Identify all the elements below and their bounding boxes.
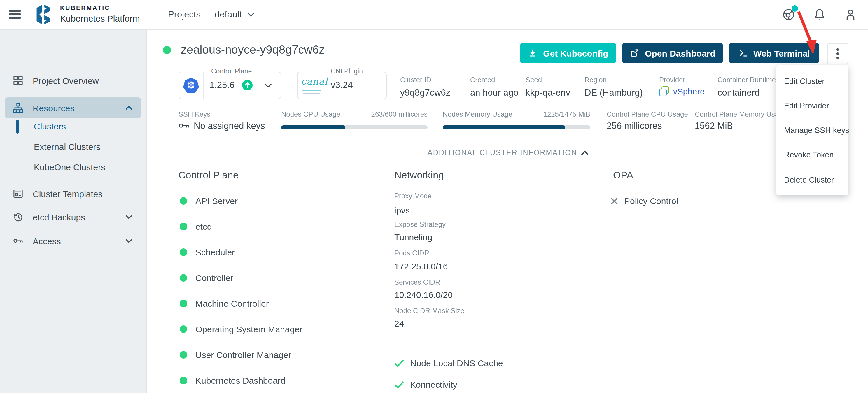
cni-plugin-legend: CNI Plugin bbox=[328, 68, 366, 75]
version-chevron-down-icon[interactable] bbox=[264, 83, 272, 88]
status-ok-dot bbox=[180, 325, 187, 333]
sidebar-item-resources[interactable]: Resources bbox=[0, 97, 147, 118]
nav-projects[interactable]: Projects bbox=[168, 9, 201, 20]
menu-item-delete-cluster[interactable]: Delete Cluster bbox=[776, 167, 848, 192]
menu-item-manage-ssh-keys[interactable]: Manage SSH keys bbox=[776, 118, 848, 142]
check-icon bbox=[394, 381, 404, 389]
additional-info-label: ADDITIONAL CLUSTER INFORMATION bbox=[428, 149, 577, 157]
brand-title: KUBERMATIC bbox=[60, 5, 140, 11]
get-kubeconfig-label: Get Kubeconfig bbox=[543, 48, 608, 58]
nodes-memory-label: Nodes Memory Usage bbox=[443, 110, 513, 118]
cp-memory-value: 1562 MiB bbox=[695, 121, 733, 131]
nodes-cpu-progress-fill bbox=[281, 125, 345, 129]
help-wheel-icon[interactable] bbox=[782, 8, 796, 22]
active-subitem-bar bbox=[16, 120, 19, 134]
menu-item-revoke-token[interactable]: Revoke Token bbox=[776, 142, 848, 167]
additional-info-toggle[interactable]: ADDITIONAL CLUSTER INFORMATION bbox=[428, 149, 589, 157]
expose-strategy-label: Expose Strategy bbox=[394, 220, 446, 229]
container-runtime-label: Container Runtime bbox=[717, 76, 776, 84]
project-selector[interactable]: default bbox=[215, 9, 254, 20]
cni-version: v3.24 bbox=[331, 80, 353, 90]
menu-item-edit-provider[interactable]: Edit Provider bbox=[776, 93, 848, 118]
ssh-keys-value: No assigned keys bbox=[194, 121, 265, 131]
sidebar-item-access[interactable]: Access bbox=[0, 230, 147, 251]
pods-cidr-value: 172.25.0.0/16 bbox=[394, 261, 448, 271]
sidebar-item-project-overview[interactable]: Project Overview bbox=[0, 70, 147, 91]
cp-status-scheduler: Scheduler bbox=[180, 247, 235, 257]
nodes-cpu-progress bbox=[281, 125, 428, 129]
cp-status-machine-controller: Machine Controller bbox=[180, 299, 269, 308]
chevron-down-icon bbox=[247, 12, 254, 17]
control-plane-version-box: Control Plane ☸ 1.25.6 bbox=[179, 72, 281, 99]
nodes-cpu-label: Nodes CPU Usage bbox=[281, 110, 340, 118]
services-cidr-label: Services CIDR bbox=[394, 278, 440, 286]
open-dashboard-label: Open Dashboard bbox=[645, 48, 715, 58]
sidebar-item-clusters[interactable]: Clusters bbox=[34, 121, 66, 131]
ssh-keys-label: SSH Keys bbox=[179, 110, 210, 118]
vsphere-icon bbox=[659, 86, 669, 96]
cluster-actions-kebab-button[interactable] bbox=[827, 43, 848, 64]
control-plane-version: 1.25.6 bbox=[209, 80, 235, 90]
feature-node-local-dns: Node Local DNS Cache bbox=[394, 358, 503, 368]
grid-icon bbox=[12, 75, 24, 86]
nodes-memory-value: 1225/1475 MiB bbox=[509, 110, 590, 118]
opa-policy-control: Policy Control bbox=[610, 196, 678, 206]
open-dashboard-button[interactable]: Open Dashboard bbox=[622, 43, 723, 63]
cp-status-etcd: etcd bbox=[180, 222, 212, 231]
kebab-icon bbox=[837, 49, 839, 59]
terminal-icon bbox=[738, 48, 748, 58]
sidebar-item-label: Resources bbox=[33, 103, 74, 113]
container-runtime-value: containerd bbox=[717, 88, 760, 98]
cp-status-os-manager: Operating System Manager bbox=[180, 324, 303, 334]
check-icon bbox=[394, 359, 404, 367]
cluster-actions-menu: Edit Cluster Edit Provider Manage SSH ke… bbox=[776, 65, 848, 195]
bell-icon[interactable] bbox=[813, 8, 827, 22]
user-icon[interactable] bbox=[843, 8, 858, 22]
status-ok-dot bbox=[180, 300, 187, 307]
web-terminal-button[interactable]: Web Terminal bbox=[729, 43, 819, 63]
hamburger-menu-icon[interactable] bbox=[9, 10, 21, 19]
region-label: Region bbox=[585, 76, 607, 84]
sidebar-item-label: etcd Backups bbox=[33, 212, 85, 222]
sidebar-item-cluster-templates[interactable]: Cluster Templates bbox=[0, 183, 147, 204]
cp-cpu-value: 256 millicores bbox=[607, 121, 662, 131]
cluster-health-dot bbox=[163, 46, 171, 54]
status-ok-dot bbox=[180, 377, 187, 384]
kubermatic-logo-icon bbox=[35, 4, 55, 25]
notification-badge bbox=[792, 5, 798, 12]
node-cidr-mask-label: Node CIDR Mask Size bbox=[394, 307, 464, 315]
sidebar-item-etcd-backups[interactable]: etcd Backups bbox=[0, 206, 147, 227]
sidebar: Project Overview Resources Clusters Exte… bbox=[0, 29, 147, 393]
expose-strategy-value: Tunneling bbox=[394, 232, 433, 242]
menu-item-edit-cluster[interactable]: Edit Cluster bbox=[776, 69, 848, 93]
external-link-icon bbox=[630, 48, 639, 58]
created-label: Created bbox=[470, 76, 495, 84]
upgrade-available-icon[interactable] bbox=[242, 80, 253, 90]
cni-plugin-box: CNI Plugin canal v3.24 bbox=[297, 72, 387, 99]
sidebar-item-label: Access bbox=[33, 236, 61, 246]
status-ok-dot bbox=[180, 274, 187, 282]
sidebar-item-external-clusters[interactable]: External Clusters bbox=[34, 142, 100, 152]
proxy-mode-value: ipvs bbox=[394, 205, 410, 215]
cluster-id-value: y9q8g7cw6z bbox=[400, 88, 450, 98]
get-kubeconfig-button[interactable]: Get Kubeconfig bbox=[520, 43, 616, 63]
cp-status-kubernetes-dashboard: Kubernetes Dashboard bbox=[180, 375, 285, 385]
provider-value[interactable]: vSphere bbox=[659, 86, 705, 96]
kubernetes-icon: ☸ bbox=[183, 77, 199, 93]
vsphere-label: vSphere bbox=[673, 87, 705, 96]
control-plane-legend: Control Plane bbox=[208, 68, 255, 75]
nodes-memory-progress bbox=[443, 125, 590, 129]
provider-label: Provider bbox=[659, 76, 685, 84]
cp-cpu-label: Control Plane CPU Usage bbox=[607, 110, 688, 118]
cp-status-controller: Controller bbox=[180, 273, 233, 283]
divider-line bbox=[576, 153, 807, 153]
policy-control-label: Policy Control bbox=[624, 196, 678, 206]
created-value: an hour ago bbox=[470, 88, 519, 98]
chevron-up-icon bbox=[125, 104, 132, 111]
x-icon bbox=[610, 197, 618, 205]
status-ok-dot bbox=[180, 249, 187, 256]
cp-status-user-controller-manager: User Controller Manager bbox=[180, 350, 291, 360]
section-title-networking: Networking bbox=[394, 170, 444, 181]
nodes-memory-progress-fill bbox=[443, 125, 565, 129]
sidebar-item-kubeone-clusters[interactable]: KubeOne Clusters bbox=[34, 162, 105, 172]
